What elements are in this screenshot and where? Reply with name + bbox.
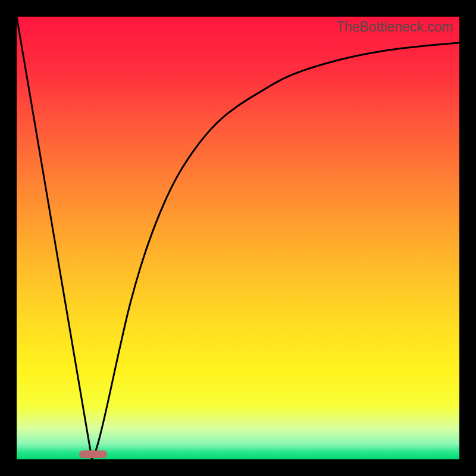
watermark-text: TheBottleneck.com [336, 19, 453, 35]
chart-frame: TheBottleneck.com [0, 0, 476, 476]
bottleneck-curve [17, 17, 459, 459]
optimal-marker [79, 450, 107, 458]
plot-outer: TheBottleneck.com [17, 17, 459, 459]
plot-area: TheBottleneck.com [17, 17, 459, 459]
